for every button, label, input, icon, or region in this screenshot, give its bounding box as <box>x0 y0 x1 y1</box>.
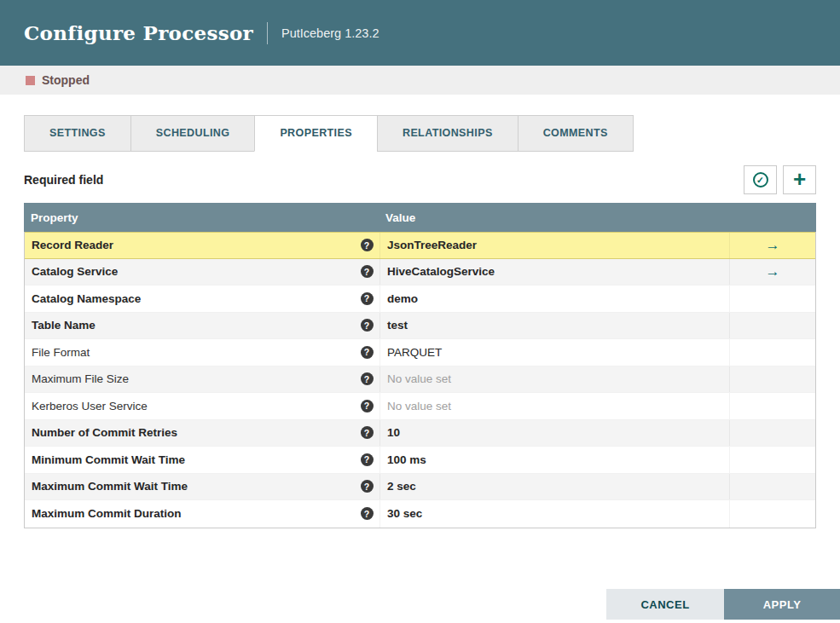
plus-icon: + <box>793 168 806 190</box>
check-circle-icon: ✓ <box>753 172 768 187</box>
property-value[interactable]: HiveCatalogService <box>379 259 729 286</box>
property-value[interactable]: No value set <box>379 366 729 393</box>
value-column-header: Value <box>379 211 816 224</box>
question-circle-icon: ? <box>361 319 374 332</box>
dialog-content: SETTINGS SCHEDULING PROPERTIES RELATIONS… <box>0 115 840 528</box>
toolbar-buttons: ✓ + <box>744 165 816 194</box>
tab-properties[interactable]: PROPERTIES <box>254 115 378 152</box>
property-name: Catalog Service <box>25 259 354 286</box>
tab-comments[interactable]: COMMENTS <box>518 115 634 152</box>
question-circle-icon: ? <box>361 372 374 385</box>
question-circle-icon: ? <box>361 265 374 278</box>
property-row: Catalog Service ? HiveCatalogService → <box>25 259 815 286</box>
title-divider <box>267 22 268 44</box>
property-name: Minimum Commit Wait Time <box>25 447 354 473</box>
property-value[interactable]: PARQUET <box>379 339 729 366</box>
property-name: Maximum Commit Wait Time <box>25 474 354 500</box>
property-value[interactable]: No value set <box>379 393 729 419</box>
dialog-footer: CANCEL APPLY <box>606 589 840 620</box>
verify-properties-button[interactable]: ✓ <box>744 165 777 194</box>
property-row: Maximum Commit Wait Time ? 2 sec <box>25 474 815 501</box>
property-row: Record Reader ? JsonTreeReader → <box>25 232 815 259</box>
property-row: Table Name ? test <box>25 313 815 340</box>
property-name: Catalog Namespace <box>25 286 354 312</box>
table-header-row: Property Value <box>24 203 816 233</box>
apply-button[interactable]: APPLY <box>724 589 840 620</box>
question-circle-icon: ? <box>361 453 374 466</box>
property-name: Maximum Commit Duration <box>25 500 354 528</box>
property-row: File Format ? PARQUET <box>25 339 815 366</box>
properties-table: Property Value Record Reader ? JsonTreeR… <box>24 203 816 528</box>
property-value[interactable]: 30 sec <box>379 500 729 528</box>
property-value[interactable]: JsonTreeReader <box>379 233 729 258</box>
property-value[interactable]: test <box>379 313 729 339</box>
processor-name-version: PutIceberg 1.23.2 <box>281 26 379 40</box>
required-field-label: Required field <box>24 173 103 187</box>
property-value[interactable]: demo <box>379 286 729 312</box>
question-circle-icon: ? <box>361 239 374 251</box>
tab-relationships[interactable]: RELATIONSHIPS <box>377 115 518 152</box>
property-column-header: Property <box>24 211 379 224</box>
question-circle-icon: ? <box>361 292 374 305</box>
property-value[interactable]: 2 sec <box>379 474 729 500</box>
property-row: Minimum Commit Wait Time ? 100 ms <box>25 447 815 474</box>
tab-bar: SETTINGS SCHEDULING PROPERTIES RELATIONS… <box>24 115 816 152</box>
cancel-button[interactable]: CANCEL <box>606 589 724 620</box>
dialog-title: Configure Processor <box>24 21 253 44</box>
property-name: Table Name <box>25 313 354 339</box>
property-row: Maximum File Size ? No value set <box>25 366 815 394</box>
question-circle-icon: ? <box>361 400 374 412</box>
status-label: Stopped <box>42 73 90 87</box>
add-property-button[interactable]: + <box>783 165 816 194</box>
question-circle-icon: ? <box>361 507 374 520</box>
configure-processor-dialog: Configure Processor PutIceberg 1.23.2 St… <box>0 0 840 528</box>
property-row: Kerberos User Service ? No value set <box>25 393 815 420</box>
question-circle-icon: ? <box>361 480 374 493</box>
property-value[interactable]: 10 <box>379 420 729 447</box>
property-name: Record Reader <box>25 233 354 258</box>
property-name: Maximum File Size <box>25 366 354 393</box>
question-circle-icon: ? <box>361 346 374 359</box>
properties-toolbar: Required field ✓ + <box>24 165 816 194</box>
question-circle-icon: ? <box>361 426 374 439</box>
tab-settings[interactable]: SETTINGS <box>24 115 131 152</box>
arrow-right-icon[interactable]: → <box>766 237 780 254</box>
property-name: Number of Commit Retries <box>25 420 354 447</box>
status-bar: Stopped <box>0 66 840 95</box>
stopped-status-icon <box>26 76 35 85</box>
tab-scheduling[interactable]: SCHEDULING <box>130 115 256 152</box>
dialog-header: Configure Processor PutIceberg 1.23.2 <box>0 0 840 66</box>
arrow-right-icon[interactable]: → <box>766 263 780 280</box>
property-name: Kerberos User Service <box>25 393 354 419</box>
table-body: Record Reader ? JsonTreeReader → Catalog… <box>24 232 816 528</box>
property-row: Catalog Namespace ? demo <box>25 286 815 313</box>
property-row: Number of Commit Retries ? 10 <box>25 420 815 447</box>
property-value[interactable]: 100 ms <box>379 447 729 473</box>
property-name: File Format <box>25 339 354 366</box>
property-row: Maximum Commit Duration ? 30 sec <box>25 500 815 528</box>
